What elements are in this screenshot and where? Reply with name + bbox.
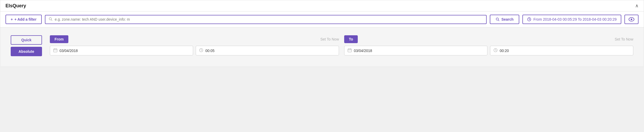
collapse-icon[interactable]: ∧ <box>635 3 639 9</box>
search-icon-inline <box>49 17 53 22</box>
to-label: To <box>349 37 353 41</box>
svg-line-22 <box>496 50 496 51</box>
to-time-input[interactable] <box>500 49 630 53</box>
search-input[interactable] <box>55 17 483 21</box>
to-label-button[interactable]: To <box>344 35 358 43</box>
from-calendar-icon <box>53 48 57 53</box>
from-time-input[interactable] <box>205 49 336 53</box>
svg-rect-16 <box>348 49 351 52</box>
search-button[interactable]: Search <box>490 15 519 24</box>
tab-quick[interactable]: Quick <box>11 35 42 45</box>
from-header: From Set To Now <box>50 35 339 43</box>
from-clock-icon <box>199 48 203 53</box>
toolbar: + + Add a filter Search <box>0 12 644 27</box>
svg-line-1 <box>51 20 52 21</box>
plus-icon: + <box>11 17 13 21</box>
tab-quick-label: Quick <box>21 38 32 42</box>
to-calendar-icon <box>348 48 352 53</box>
add-filter-button[interactable]: + + Add a filter <box>5 15 42 24</box>
from-set-to-now[interactable]: Set To Now <box>320 37 339 41</box>
to-date-input[interactable] <box>354 49 484 53</box>
date-range-picker: From Set To Now <box>50 35 633 56</box>
tab-absolute[interactable]: Absolute <box>11 47 42 56</box>
svg-rect-9 <box>53 49 57 52</box>
to-section: To Set To Now <box>344 35 633 56</box>
svg-point-8 <box>631 19 632 20</box>
from-label-button[interactable]: From <box>50 35 68 43</box>
eye-button[interactable] <box>624 15 639 24</box>
to-header: To Set To Now <box>344 35 633 43</box>
svg-line-15 <box>201 50 202 51</box>
time-range-label: From 2018-04-03 00:05:29 To 2018-04-03 0… <box>533 17 617 21</box>
to-date-time-inputs <box>344 46 633 55</box>
time-range-display[interactable]: From 2018-04-03 00:05:29 To 2018-04-03 0… <box>522 15 621 24</box>
search-button-label: Search <box>501 17 514 21</box>
from-date-input[interactable] <box>59 49 190 53</box>
app-title: ElsQuery <box>5 3 26 9</box>
to-set-to-now[interactable]: Set To Now <box>615 37 633 41</box>
add-filter-label: + Add a filter <box>14 17 37 21</box>
from-date-input-wrapper <box>50 46 193 55</box>
from-date-time-inputs <box>50 46 339 55</box>
tab-absolute-label: Absolute <box>19 49 34 54</box>
title-bar: ElsQuery ∧ <box>0 0 644 12</box>
from-time-input-wrapper <box>196 46 339 55</box>
search-input-wrapper <box>45 15 487 24</box>
to-clock-icon <box>493 48 498 53</box>
to-date-input-wrapper <box>344 46 487 55</box>
to-time-input-wrapper <box>490 46 633 55</box>
svg-line-6 <box>529 19 530 20</box>
left-tabs: Quick Absolute <box>11 35 42 56</box>
from-label: From <box>55 37 64 41</box>
content-panel: Quick Absolute From Set To Now <box>0 27 644 67</box>
svg-line-3 <box>498 20 499 21</box>
app-container: ElsQuery ∧ + + Add a filter Search <box>0 0 644 67</box>
from-section: From Set To Now <box>50 35 339 56</box>
